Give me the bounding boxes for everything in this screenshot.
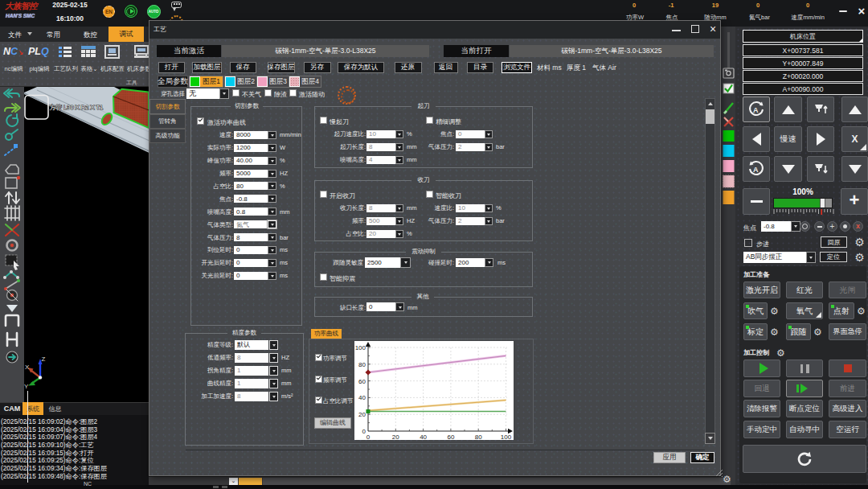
svg-text:60: 60 bbox=[447, 434, 454, 441]
svg-text:60: 60 bbox=[358, 378, 366, 385]
svg-text:100: 100 bbox=[355, 344, 366, 351]
svg-text:0: 0 bbox=[366, 434, 371, 441]
svg-text:A: A bbox=[753, 166, 759, 174]
svg-text:80: 80 bbox=[358, 361, 366, 368]
svg-text:方管 L30 X R2 X T1: 方管 L30 X R2 X T1 bbox=[50, 104, 103, 111]
svg-text:20: 20 bbox=[358, 411, 366, 418]
svg-text:Y: Y bbox=[24, 383, 29, 390]
svg-text:40: 40 bbox=[420, 434, 427, 441]
svg-text:100: 100 bbox=[501, 434, 512, 441]
svg-text:X: X bbox=[25, 364, 30, 371]
svg-text:20: 20 bbox=[392, 434, 399, 441]
svg-text:Z: Z bbox=[42, 355, 46, 363]
svg-text:A: A bbox=[753, 106, 759, 114]
svg-text:40: 40 bbox=[358, 394, 366, 401]
svg-text:80: 80 bbox=[475, 434, 482, 441]
